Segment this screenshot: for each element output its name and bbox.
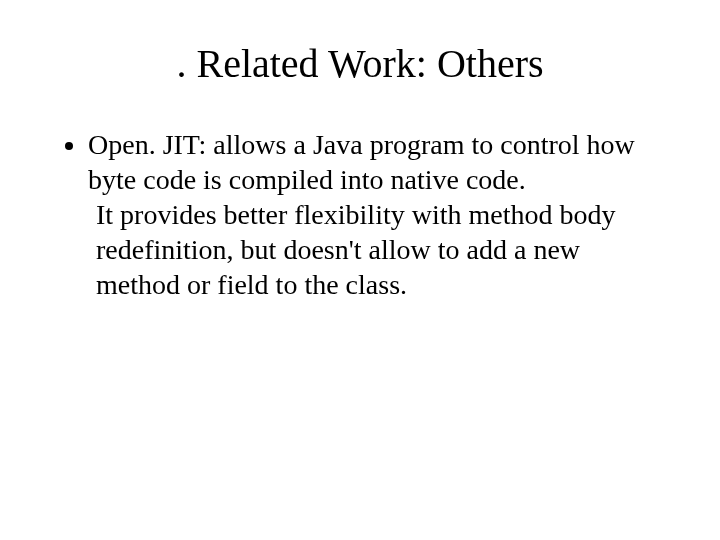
slide-title: . Related Work: Others (60, 40, 660, 87)
bullet-text-line2: It provides better flexibility with meth… (96, 197, 660, 302)
list-item: Open. JIT: allows a Java program to cont… (88, 127, 660, 302)
slide: . Related Work: Others Open. JIT: allows… (0, 0, 720, 540)
bullet-list: Open. JIT: allows a Java program to cont… (60, 127, 660, 302)
slide-body: Open. JIT: allows a Java program to cont… (60, 127, 660, 302)
bullet-text-line1: Open. JIT: allows a Java program to cont… (88, 127, 660, 197)
